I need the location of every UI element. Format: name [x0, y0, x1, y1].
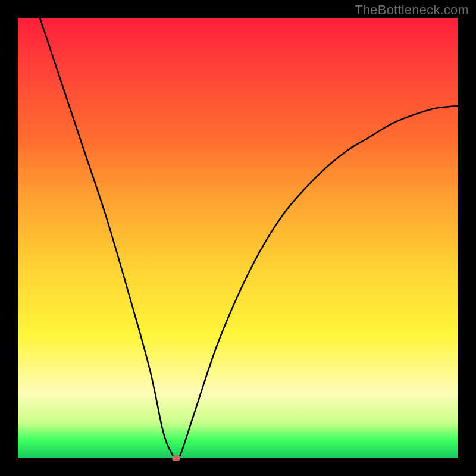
plot-area — [18, 18, 458, 458]
curve-path — [40, 18, 458, 458]
chart-frame: TheBottleneck.com — [0, 0, 476, 476]
bottleneck-curve — [18, 18, 458, 458]
watermark-label: TheBottleneck.com — [355, 2, 469, 18]
optimal-point-marker — [172, 455, 180, 461]
